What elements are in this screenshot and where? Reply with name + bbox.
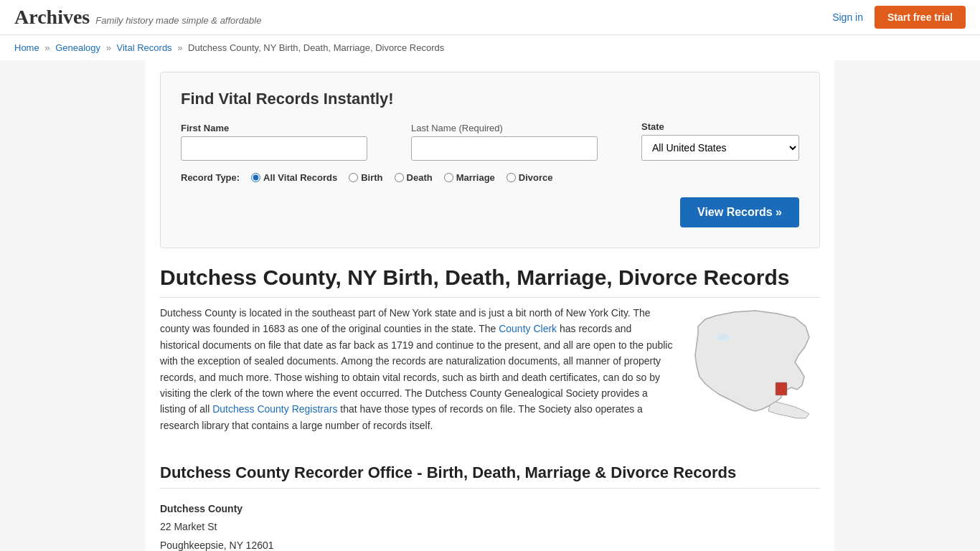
last-name-group: Last Name (Required) [411,123,630,161]
recorder-section-title: Dutchess County Recorder Office - Birth,… [160,463,820,489]
radio-death-input[interactable] [395,173,404,182]
radio-marriage[interactable]: Marriage [444,172,495,183]
start-trial-button[interactable]: Start free trial [875,6,966,29]
ny-state-map [691,305,820,420]
radio-all-vital[interactable]: All Vital Records [251,172,337,183]
breadcrumb-home[interactable]: Home [14,42,39,53]
main-content: Find Vital Records Instantly! First Name… [146,60,834,551]
radio-birth-input[interactable] [349,173,358,182]
state-select[interactable]: All United States [641,135,799,161]
site-logo: Archives [14,6,90,29]
site-header: Archives Family history made simple & af… [0,0,980,35]
radio-birth-label: Birth [361,172,382,183]
recorder-details: Dutchess County 22 Market St Poughkeepsi… [160,500,820,551]
svg-marker-1 [768,402,809,418]
signin-link[interactable]: Sign in [832,11,863,23]
recorder-name: Dutchess County [160,500,820,518]
radio-all-vital-label: All Vital Records [263,172,337,183]
map-container [691,305,820,442]
breadcrumb-vital-records[interactable]: Vital Records [117,42,172,53]
breadcrumb-genealogy[interactable]: Genealogy [55,42,100,53]
radio-all-vital-input[interactable] [251,173,260,182]
radio-options: All Vital Records Birth Death Marriage D… [251,172,552,183]
breadcrumb-sep-2: » [106,42,111,53]
svg-rect-2 [776,382,787,395]
record-type-label: Record Type: [181,172,240,183]
registrars-link[interactable]: Dutchess County Registrars [212,403,337,415]
radio-marriage-input[interactable] [444,173,453,182]
last-name-label: Last Name (Required) [411,123,630,133]
radio-death[interactable]: Death [395,172,433,183]
search-box: Find Vital Records Instantly! First Name… [160,72,820,248]
recorder-address1: 22 Market St [160,518,820,536]
content-section: Dutchess County is located in the southe… [160,305,820,442]
breadcrumb-sep-3: » [177,42,182,53]
state-label: State [641,121,799,132]
content-text: Dutchess County is located in the southe… [160,305,674,442]
site-tagline: Family history made simple & affordable [95,15,261,26]
search-fields-row: First Name Last Name (Required) State Al… [181,121,799,161]
state-group: State All United States [641,121,799,161]
radio-divorce[interactable]: Divorce [507,172,553,183]
view-records-button[interactable]: View Records » [680,197,799,227]
breadcrumb-current: Dutchess County, NY Birth, Death, Marria… [188,42,444,53]
recorder-section: Dutchess County Recorder Office - Birth,… [160,463,820,551]
radio-divorce-input[interactable] [507,173,516,182]
header-nav: Sign in Start free trial [832,6,966,29]
radio-birth[interactable]: Birth [349,172,382,183]
breadcrumb: Home » Genealogy » Vital Records » Dutch… [0,35,980,60]
breadcrumb-sep-1: » [44,42,50,53]
radio-divorce-label: Divorce [519,172,553,183]
first-name-input[interactable] [181,136,367,161]
first-name-group: First Name [181,123,400,161]
recorder-address2: Poughkeepsie, NY 12601 [160,537,820,552]
first-name-label: First Name [181,123,400,133]
search-title: Find Vital Records Instantly! [181,90,799,108]
county-clerk-link[interactable]: County Clerk [499,323,557,334]
record-type-row: Record Type: All Vital Records Birth Dea… [181,172,799,183]
intro-paragraph: Dutchess County is located in the southe… [160,305,674,433]
radio-marriage-label: Marriage [456,172,495,183]
svg-marker-0 [695,311,809,411]
page-title: Dutchess County, NY Birth, Death, Marria… [160,265,820,298]
radio-death-label: Death [407,172,433,183]
last-name-input[interactable] [411,136,598,161]
header-logo-area: Archives Family history made simple & af… [14,6,261,29]
svg-point-3 [717,334,729,341]
